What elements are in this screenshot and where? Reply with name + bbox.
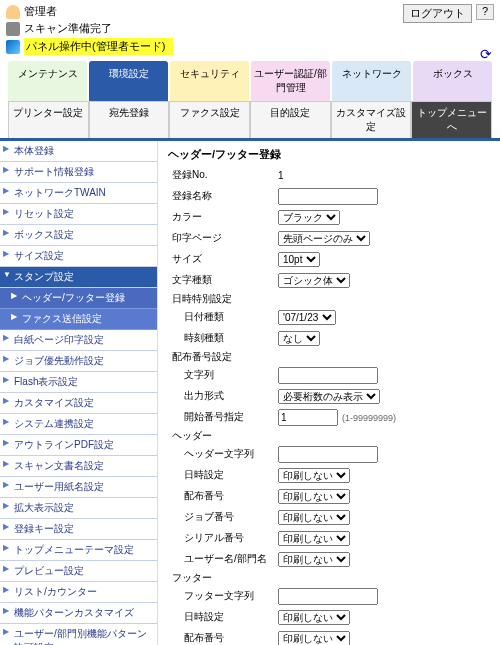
sidebar-item[interactable]: サポート情報登録 bbox=[0, 162, 157, 183]
lbl-h-datetime: 日時設定 bbox=[168, 468, 278, 482]
tab-purpose[interactable]: 目的設定 bbox=[250, 101, 331, 138]
sidebar-item[interactable]: システム連携設定 bbox=[0, 414, 157, 435]
tab-topmenu[interactable]: トップメニューへ bbox=[411, 101, 492, 138]
logout-button[interactable]: ログアウト bbox=[403, 4, 472, 23]
select-h-serial[interactable]: 印刷しない bbox=[278, 531, 350, 546]
primary-tabs: メンテナンス 環境設定 セキュリティ ユーザー認証/部門管理 ネットワーク ボッ… bbox=[0, 61, 500, 101]
lbl-header-text: ヘッダー文字列 bbox=[168, 447, 278, 461]
select-time-type[interactable]: なし bbox=[278, 331, 320, 346]
section-dist: 配布番号設定 bbox=[168, 350, 490, 364]
sidebar-item[interactable]: ユーザー/部門別機能パターン許可設定 bbox=[0, 624, 157, 645]
section-datetime: 日時特別設定 bbox=[168, 292, 490, 306]
sidebar-item[interactable]: 登録キー設定 bbox=[0, 519, 157, 540]
lbl-font: 文字種類 bbox=[168, 273, 278, 287]
val-reg-no: 1 bbox=[278, 170, 490, 181]
user-icon bbox=[6, 5, 20, 19]
section-footer: フッター bbox=[168, 571, 490, 585]
select-size[interactable]: 10pt bbox=[278, 252, 320, 267]
sidebar-item[interactable]: カスタマイズ設定 bbox=[0, 393, 157, 414]
input-header-text[interactable] bbox=[278, 446, 378, 463]
lbl-h-job: ジョブ番号 bbox=[168, 510, 278, 524]
section-header: ヘッダー bbox=[168, 429, 490, 443]
lbl-size: サイズ bbox=[168, 252, 278, 266]
sidebar-item[interactable]: ネットワークTWAIN bbox=[0, 183, 157, 204]
sidebar-item-stamp[interactable]: スタンプ設定 bbox=[0, 267, 157, 288]
sidebar: 本体登録 サポート情報登録 ネットワークTWAIN リセット設定 ボックス設定 … bbox=[0, 141, 158, 645]
input-footer-text[interactable] bbox=[278, 588, 378, 605]
select-h-datetime[interactable]: 印刷しない bbox=[278, 468, 350, 483]
hint-start-no: (1-99999999) bbox=[342, 413, 396, 423]
lbl-footer-text: フッター文字列 bbox=[168, 589, 278, 603]
tab-user-auth[interactable]: ユーザー認証/部門管理 bbox=[251, 61, 330, 101]
panel-mode-label: パネル操作中(管理者モード) bbox=[24, 38, 173, 55]
sidebar-item[interactable]: 白紙ページ印字設定 bbox=[0, 330, 157, 351]
sidebar-item[interactable]: 機能パターンカスタマイズ bbox=[0, 603, 157, 624]
help-button[interactable]: ? bbox=[476, 4, 494, 20]
select-h-job[interactable]: 印刷しない bbox=[278, 510, 350, 525]
tab-maintenance[interactable]: メンテナンス bbox=[8, 61, 87, 101]
input-reg-name[interactable] bbox=[278, 188, 378, 205]
page-title: ヘッダー/フッター登録 bbox=[168, 147, 490, 162]
sidebar-item[interactable]: トップメニューテーマ設定 bbox=[0, 540, 157, 561]
panel-icon bbox=[6, 40, 20, 54]
scan-status: スキャン準備完了 bbox=[24, 21, 494, 36]
lbl-reg-no: 登録No. bbox=[168, 168, 278, 182]
sidebar-item[interactable]: ジョブ優先動作設定 bbox=[0, 351, 157, 372]
select-f-datetime[interactable]: 印刷しない bbox=[278, 610, 350, 625]
sidebar-item[interactable]: ボックス設定 bbox=[0, 225, 157, 246]
tab-printer[interactable]: プリンター設定 bbox=[8, 101, 89, 138]
tab-address[interactable]: 宛先登録 bbox=[89, 101, 170, 138]
lbl-text: 文字列 bbox=[168, 368, 278, 382]
lbl-f-datetime: 日時設定 bbox=[168, 610, 278, 624]
lbl-output: 出力形式 bbox=[168, 389, 278, 403]
sidebar-item[interactable]: ユーザー用紙名設定 bbox=[0, 477, 157, 498]
refresh-icon[interactable]: ⟳ bbox=[480, 46, 492, 62]
input-start-no[interactable] bbox=[278, 409, 338, 426]
lbl-h-user: ユーザー名/部門名 bbox=[168, 552, 278, 566]
lbl-reg-name: 登録名称 bbox=[168, 189, 278, 203]
sidebar-item[interactable]: プレビュー設定 bbox=[0, 561, 157, 582]
select-output[interactable]: 必要桁数のみ表示 bbox=[278, 389, 380, 404]
select-f-dist[interactable]: 印刷しない bbox=[278, 631, 350, 646]
lbl-color: カラー bbox=[168, 210, 278, 224]
tab-fax[interactable]: ファクス設定 bbox=[169, 101, 250, 138]
select-font[interactable]: ゴシック体 bbox=[278, 273, 350, 288]
sidebar-sub-fax-send[interactable]: ファクス送信設定 bbox=[0, 309, 157, 330]
tab-box[interactable]: ボックス bbox=[413, 61, 492, 101]
sidebar-sub-header-footer[interactable]: ヘッダー/フッター登録 bbox=[0, 288, 157, 309]
content-panel: ヘッダー/フッター登録 登録No.1 登録名称 カラーブラック 印字ページ先頭ペ… bbox=[158, 141, 500, 645]
select-h-user[interactable]: 印刷しない bbox=[278, 552, 350, 567]
lbl-time-type: 時刻種類 bbox=[168, 331, 278, 345]
sidebar-item[interactable]: リスト/カウンター bbox=[0, 582, 157, 603]
tab-security[interactable]: セキュリティ bbox=[170, 61, 249, 101]
select-print-page[interactable]: 先頭ページのみ bbox=[278, 231, 370, 246]
sidebar-item[interactable]: 本体登録 bbox=[0, 141, 157, 162]
scanner-icon bbox=[6, 22, 20, 36]
lbl-start-no: 開始番号指定 bbox=[168, 410, 278, 424]
lbl-h-serial: シリアル番号 bbox=[168, 531, 278, 545]
lbl-f-dist: 配布番号 bbox=[168, 631, 278, 645]
tab-network[interactable]: ネットワーク bbox=[332, 61, 411, 101]
lbl-print-page: 印字ページ bbox=[168, 231, 278, 245]
select-h-dist[interactable]: 印刷しない bbox=[278, 489, 350, 504]
tab-environment[interactable]: 環境設定 bbox=[89, 61, 168, 101]
sidebar-item[interactable]: Flash表示設定 bbox=[0, 372, 157, 393]
lbl-date-type: 日付種類 bbox=[168, 310, 278, 324]
sidebar-item[interactable]: アウトラインPDF設定 bbox=[0, 435, 157, 456]
sidebar-item[interactable]: 拡大表示設定 bbox=[0, 498, 157, 519]
input-text[interactable] bbox=[278, 367, 378, 384]
sidebar-item[interactable]: スキャン文書名設定 bbox=[0, 456, 157, 477]
sidebar-item[interactable]: サイズ設定 bbox=[0, 246, 157, 267]
select-color[interactable]: ブラック bbox=[278, 210, 340, 225]
sidebar-item[interactable]: リセット設定 bbox=[0, 204, 157, 225]
secondary-tabs: プリンター設定 宛先登録 ファクス設定 目的設定 カスタマイズ設定 トップメニュ… bbox=[0, 101, 500, 141]
lbl-h-dist: 配布番号 bbox=[168, 489, 278, 503]
tab-customize[interactable]: カスタマイズ設定 bbox=[331, 101, 412, 138]
select-date-type[interactable]: '07/1/23 bbox=[278, 310, 336, 325]
